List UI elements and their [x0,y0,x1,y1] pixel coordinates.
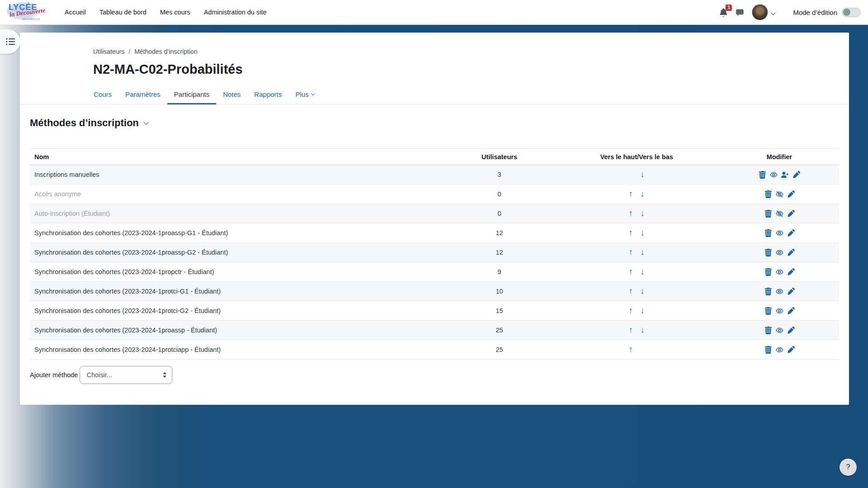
top-navbar: LYCÉE la Découverte DECAZEVILLE Accueil … [0,0,868,25]
trash-icon[interactable] [764,288,772,295]
eye-icon[interactable] [770,171,778,179]
add-method-row: Ajouter méthode Choisir... [30,366,839,384]
nav-item-accueil[interactable]: Accueil [65,9,86,16]
add-method-select[interactable]: Choisir... [80,366,172,384]
move-up-icon[interactable]: ↑ [625,208,637,218]
open-drawer-button[interactable] [0,29,20,54]
move-up-icon[interactable]: ↑ [625,267,637,277]
trash-icon[interactable] [764,307,772,315]
move-up-icon[interactable]: ↑ [625,247,637,257]
trash-icon[interactable] [764,210,772,218]
section-chevron-down-icon[interactable] [143,119,148,124]
method-name: Synchronisation des cohortes (2023-2024-… [30,340,445,360]
user-menu-chevron-down-icon[interactable] [772,8,775,16]
pencil-icon[interactable] [787,327,795,334]
pencil-icon[interactable] [787,229,795,237]
trash-icon[interactable] [759,171,766,179]
logo-city: DECAZEVILLE [22,18,40,20]
column-header-modifier: Modifier [720,149,839,165]
edit-actions-cell [720,204,839,223]
pencil-icon[interactable] [787,268,795,276]
pencil-icon[interactable] [787,307,795,315]
enrol-table-body: Inscriptions manuelles3↓Accès anonyme0↑↓… [30,165,839,360]
move-down-icon[interactable]: ↓ [637,228,649,238]
user-count: 0 [445,185,554,204]
eye-icon[interactable] [776,346,783,354]
edit-actions-cell [720,321,839,340]
table-row: Accès anonyme0↑↓ [30,185,839,204]
move-down-icon[interactable]: ↓ [637,286,649,296]
move-up-icon[interactable]: ↑ [625,189,637,199]
move-cell: ↓ [554,165,720,185]
help-button[interactable]: ? [840,459,857,476]
trash-icon[interactable] [764,249,772,256]
move-up-icon[interactable]: ↑ [625,325,637,335]
breadcrumb-methodes[interactable]: Méthodes d’inscription [134,47,197,56]
messages-icon[interactable] [734,6,745,18]
move-cell: ↑↓ [554,301,720,321]
pencil-icon[interactable] [787,210,795,218]
edit-actions-cell [720,165,839,185]
edit-mode-toggle[interactable] [842,8,861,17]
move-up-icon[interactable]: ↑ [625,306,637,316]
eye-icon[interactable] [776,288,783,295]
pencil-icon[interactable] [787,190,795,198]
move-cell: ↑↓ [554,321,720,340]
edit-actions-cell [720,282,839,301]
move-up-icon[interactable]: ↑ [625,286,637,296]
enrol-methods-section: Méthodes d’inscription Nom Utilisateurs … [20,117,849,384]
eye-slash-icon[interactable] [776,190,783,198]
nav-item-administration[interactable]: Administration du site [204,9,267,16]
column-header-nom: Nom [30,149,445,165]
user-count: 3 [445,165,554,185]
user-plus-icon[interactable] [781,171,789,179]
move-down-icon[interactable]: ↓ [637,170,649,180]
move-up-icon[interactable]: ↑ [625,345,637,355]
pencil-icon[interactable] [787,288,795,295]
pencil-icon[interactable] [787,249,795,256]
tab-parametres[interactable]: Paramètres [119,85,167,104]
move-down-icon[interactable]: ↓ [637,306,649,316]
move-down-icon[interactable]: ↓ [637,189,649,199]
nav-item-mes-cours[interactable]: Mes cours [160,9,190,16]
trash-icon[interactable] [764,268,772,276]
edit-mode-control: Mode d’édition [793,8,861,17]
move-down-icon[interactable]: ↓ [637,247,649,257]
pencil-icon[interactable] [787,346,795,354]
trash-icon[interactable] [764,346,772,354]
eye-icon[interactable] [776,268,783,276]
user-count: 12 [445,243,554,262]
tab-notes[interactable]: Notes [216,85,247,104]
eye-icon[interactable] [776,229,783,237]
nav-item-tableau-de-bord[interactable]: Tableau de bord [100,9,147,16]
method-name: Synchronisation des cohortes (2023-2024-… [30,243,445,262]
move-up-icon[interactable]: ↑ [625,228,637,238]
move-down-icon[interactable]: ↓ [637,208,649,218]
pencil-icon[interactable] [792,171,800,179]
user-count: 10 [445,282,554,301]
eye-icon[interactable] [776,307,783,315]
school-logo[interactable]: LYCÉE la Découverte DECAZEVILLE [6,1,47,23]
user-count: 12 [445,223,554,243]
eye-icon[interactable] [776,249,783,256]
move-down-icon[interactable]: ↓ [637,267,649,277]
breadcrumb-utilisateurs[interactable]: Utilisateurs [93,47,124,56]
navbar-right-cluster: 1 Mode d’édition [713,4,861,20]
eye-slash-icon[interactable] [776,210,783,218]
breadcrumb: Utilisateurs / Méthodes d’inscription [93,47,849,56]
trash-icon[interactable] [764,327,772,334]
trash-icon[interactable] [764,229,772,237]
tab-cours[interactable]: Cours [87,85,119,104]
move-down-icon[interactable]: ↓ [637,325,649,335]
method-name: Synchronisation des cohortes (2023-2024-… [30,301,445,321]
tab-plus[interactable]: Plus [289,85,321,104]
table-row: Inscriptions manuelles3↓ [30,165,839,185]
notifications-bell-icon[interactable]: 1 [717,6,729,18]
primary-nav: Accueil Tableau de bord Mes cours Admini… [65,9,266,16]
trash-icon[interactable] [764,190,772,198]
tab-rapports[interactable]: Rapports [247,85,289,104]
user-avatar[interactable] [752,4,768,20]
eye-icon[interactable] [776,327,783,334]
tab-participants[interactable]: Participants [167,85,216,104]
chevron-down-icon [311,92,315,95]
